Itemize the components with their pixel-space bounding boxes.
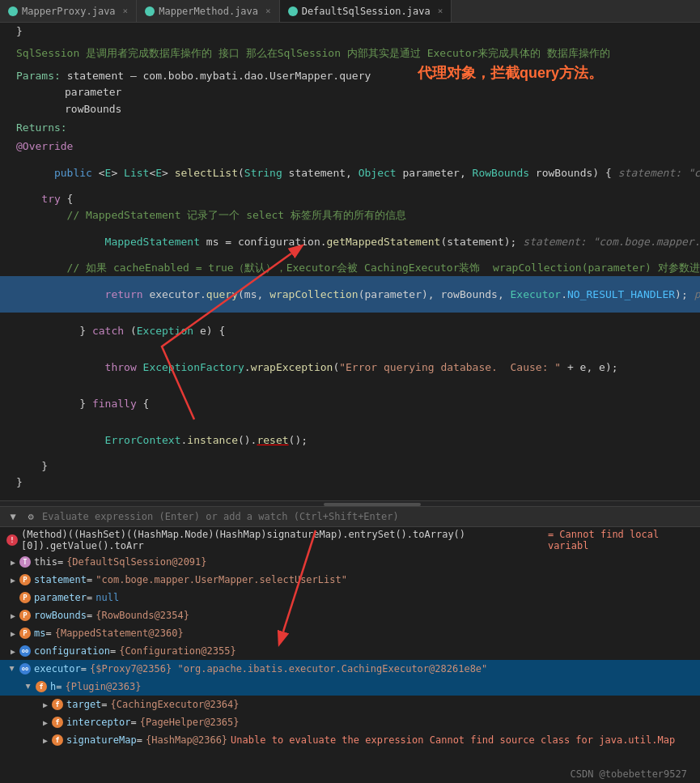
code-line-close1: } [0, 458, 700, 474]
java-icon-2 [145, 6, 155, 16]
code-line-catch: } catch (Exception e) { [0, 313, 700, 349]
debug-row-target[interactable]: ▶ f target = {CachingExecutor@2364} [0, 696, 700, 713]
tab-close-1[interactable]: × [123, 6, 129, 16]
code-line-close2: } [0, 474, 700, 491]
code-line-mappedstatement: MappedStatement ms = configuration.getMa… [0, 223, 700, 260]
configuration-icon: oo [19, 645, 31, 657]
expand-executor[interactable]: ▶ [6, 662, 19, 675]
debug-row-interceptor[interactable]: ▶ f interceptor = {PageHelper@2365} [0, 713, 700, 731]
debug-expression-input[interactable] [42, 511, 694, 522]
expand-statement[interactable]: ▶ [6, 573, 19, 586]
expand-configuration[interactable]: ▶ [6, 645, 19, 657]
scroll-thumb[interactable] [324, 503, 421, 506]
java-icon-1 [8, 6, 18, 16]
expand-target[interactable]: ▶ [39, 698, 52, 711]
executor-icon: oo [19, 663, 31, 674]
scroll-area [0, 500, 700, 507]
code-line-override-1: @Override [0, 138, 700, 155]
tab-default-sql-session[interactable]: DefaultSqlSession.java × [280, 0, 452, 22]
expand-this[interactable]: ▶ [6, 555, 19, 568]
debug-row-this[interactable]: ▶ T this = {DefaultSqlSession@2091} [0, 553, 700, 571]
code-line-throw: throw ExceptionFactory.wrapException("Er… [0, 349, 700, 385]
debug-toolbar: ▼ ⚙ [0, 507, 700, 527]
code-area: } SqlSession 是调用者完成数据库操作的 接口 那么在SqlSessi… [0, 23, 700, 500]
parameter-icon: P [19, 592, 31, 603]
debug-row-rowbounds[interactable]: ▶ P rowBounds = {RowBounds@2354} [0, 606, 700, 624]
code-line-brace: } [0, 23, 700, 39]
returns-section: Returns: [0, 120, 700, 138]
code-line-errorcontext: ErrorContext.instance().reset(); [0, 422, 700, 458]
debug-row-ms[interactable]: ▶ P ms = {MappedStatement@2360} [0, 624, 700, 642]
code-line-blank [0, 491, 700, 500]
expand-rowbounds[interactable]: ▶ [6, 609, 19, 622]
tab-bar: MapperProxy.java × MapperMethod.java × D… [0, 0, 700, 23]
code-line-selectlist: public <E> List<E> selectList(String sta… [0, 155, 700, 191]
statement-icon: P [19, 574, 31, 585]
expand-signaturemap[interactable]: ▶ [39, 734, 52, 747]
code-line-try: try { [0, 191, 700, 207]
debug-row-statement[interactable]: ▶ P statement = "com.boge.mapper.UserMap… [0, 571, 700, 589]
tab-close-3[interactable]: × [438, 6, 443, 16]
debug-row-executor[interactable]: ▶ oo executor = {$Proxy7@2356} "org.apac… [0, 660, 700, 678]
footer: CSDN @tobebetter9527 [571, 768, 688, 780]
debug-panel: ▼ ⚙ ! (Method)((HashSet)((HashMap.Node)(… [0, 507, 700, 783]
code-line-return-highlighted: return executor.query(ms, wrapCollection… [0, 276, 700, 313]
debug-settings-icon[interactable]: ⚙ [24, 510, 37, 523]
expand-interceptor[interactable]: ▶ [39, 716, 52, 729]
comment-block: SqlSession 是调用者完成数据库操作的 接口 那么在SqlSession… [0, 39, 700, 66]
filter-icon[interactable]: ▼ [6, 510, 19, 523]
debug-row-signaturemap[interactable]: ▶ f signatureMap = {HashMap@2366} Unable… [0, 731, 700, 749]
code-line-comment2: // 如果 cacheEnabled = true（默认），Executor会被… [0, 260, 700, 276]
debug-row-error[interactable]: ! (Method)((HashSet)((HashMap.Node)(Hash… [0, 527, 700, 553]
code-line-comment1: // MappedStatement 记录了一个 select 标签所具有的所有… [0, 207, 700, 223]
debug-rows: ! (Method)((HashSet)((HashMap.Node)(Hash… [0, 527, 700, 766]
tab-mapper-method[interactable]: MapperMethod.java × [137, 0, 279, 22]
expand-h[interactable]: ▶ [23, 680, 36, 693]
debug-row-h[interactable]: ▶ f h = {Plugin@2363} [0, 678, 700, 696]
debug-row-parameter[interactable]: P parameter = null [0, 589, 700, 606]
error-icon: ! [6, 534, 18, 546]
expand-ms[interactable]: ▶ [6, 627, 19, 640]
code-line-finally: } finally { [0, 385, 700, 422]
debug-row-configuration[interactable]: ▶ oo configuration = {Configuration@2355… [0, 642, 700, 660]
ms-icon: P [19, 628, 31, 639]
params-section: Params: statement – com.bobo.mybati.dao.… [0, 66, 700, 120]
h-icon: f [36, 681, 47, 692]
tab-mapper-proxy[interactable]: MapperProxy.java × [0, 0, 137, 22]
interceptor-icon: f [52, 717, 63, 728]
target-icon: f [52, 699, 63, 710]
signaturemap-icon: f [52, 734, 63, 746]
this-icon: T [19, 556, 31, 568]
tab-close-2[interactable]: × [265, 6, 271, 16]
java-icon-3 [288, 6, 298, 16]
rowbounds-icon: P [19, 610, 31, 621]
